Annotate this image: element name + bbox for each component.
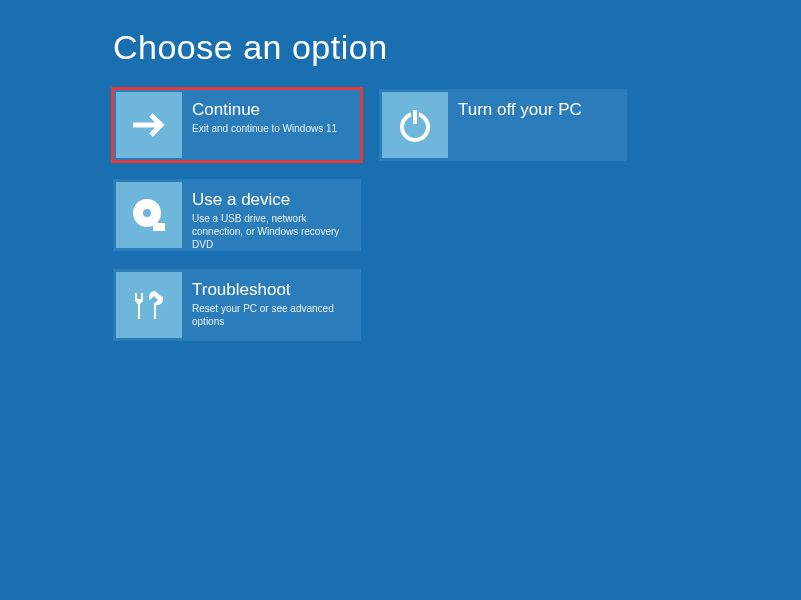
options-grid: Continue Exit and continue to Windows 11… — [113, 89, 801, 341]
continue-desc: Exit and continue to Windows 11 — [192, 122, 337, 135]
use-device-title: Use a device — [192, 190, 350, 210]
troubleshoot-tile-text: Troubleshoot Reset your PC or see advanc… — [182, 272, 358, 338]
troubleshoot-tile[interactable]: Troubleshoot Reset your PC or see advanc… — [113, 269, 361, 341]
continue-title: Continue — [192, 100, 337, 120]
options-column-left: Continue Exit and continue to Windows 11… — [113, 89, 361, 341]
use-device-desc: Use a USB drive, network connection, or … — [192, 212, 350, 251]
continue-tile-text: Continue Exit and continue to Windows 11 — [182, 92, 345, 158]
options-column-right: Turn off your PC — [379, 89, 627, 341]
turn-off-title: Turn off your PC — [458, 100, 582, 120]
turn-off-tile[interactable]: Turn off your PC — [379, 89, 627, 161]
troubleshoot-desc: Reset your PC or see advanced options — [192, 302, 350, 328]
page-title: Choose an option — [113, 28, 801, 67]
tools-icon — [116, 272, 182, 338]
arrow-right-icon — [116, 92, 182, 158]
power-icon — [382, 92, 448, 158]
recovery-options-screen: Choose an option Continue Exit and conti… — [0, 0, 801, 341]
disc-device-icon — [116, 182, 182, 248]
use-device-tile-text: Use a device Use a USB drive, network co… — [182, 182, 358, 248]
svg-rect-2 — [153, 223, 165, 231]
use-device-tile[interactable]: Use a device Use a USB drive, network co… — [113, 179, 361, 251]
continue-tile[interactable]: Continue Exit and continue to Windows 11 — [113, 89, 361, 161]
svg-point-1 — [143, 209, 151, 217]
troubleshoot-title: Troubleshoot — [192, 280, 350, 300]
turn-off-tile-text: Turn off your PC — [448, 92, 590, 158]
